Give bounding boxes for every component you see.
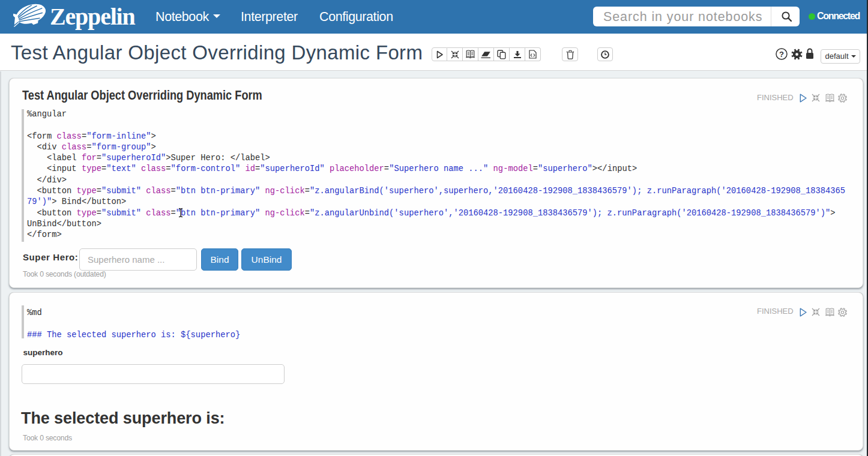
svg-text:?: ? (779, 50, 784, 59)
